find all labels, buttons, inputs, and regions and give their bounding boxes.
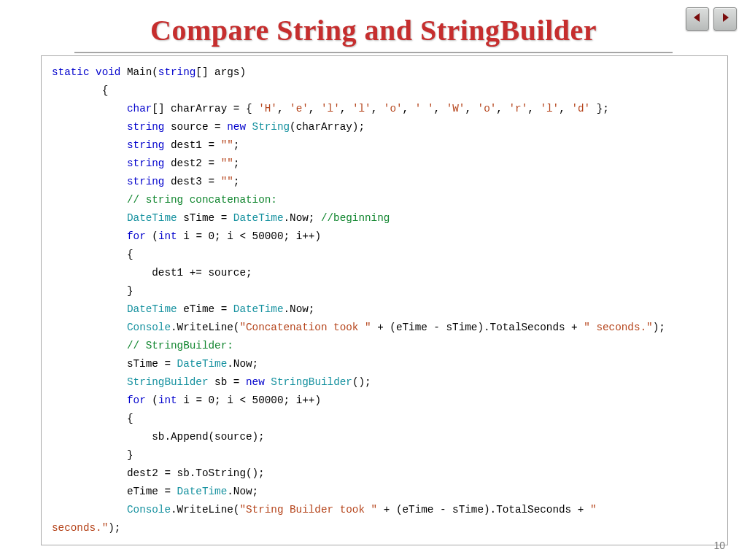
code-block: static void Main(string[] args) { char[]… <box>52 63 717 537</box>
prev-button[interactable] <box>686 7 709 31</box>
nav-buttons <box>686 7 737 31</box>
prev-arrow-icon <box>692 12 703 26</box>
slide: Compare String and StringBuilder static … <box>0 0 747 560</box>
next-arrow-icon <box>719 12 731 26</box>
page-number: 10 <box>713 540 725 551</box>
svg-marker-1 <box>723 13 729 22</box>
title-underline <box>74 52 673 53</box>
code-container: static void Main(string[] args) { char[]… <box>41 55 728 545</box>
slide-title: Compare String and StringBuilder <box>0 0 747 47</box>
svg-marker-0 <box>694 13 700 22</box>
next-button[interactable] <box>713 7 737 31</box>
